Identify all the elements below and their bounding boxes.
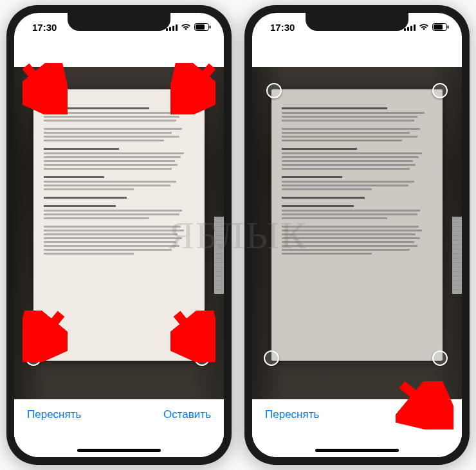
scan-viewport[interactable] [252,67,462,399]
status-right [166,22,211,33]
svg-rect-2 [172,26,174,31]
crop-handle-top-right[interactable] [432,83,448,98]
scanned-document [271,89,443,361]
status-time: 17:30 [265,22,295,33]
notch [68,13,170,31]
crop-handle-bottom-right[interactable] [432,350,448,366]
crop-handle-top-right[interactable] [194,83,210,98]
battery-icon [194,22,211,33]
notch [306,13,408,31]
battery-icon [432,22,449,33]
svg-rect-6 [210,25,211,28]
svg-rect-0 [166,28,168,31]
keyboard-edge [214,217,224,294]
scan-content: Переснять Оставить [14,41,224,457]
wifi-icon [181,22,191,33]
svg-rect-3 [176,24,178,31]
crop-handle-bottom-right[interactable] [194,350,210,366]
crop-handle-top-left[interactable] [28,83,44,98]
crop-handle-bottom-left[interactable] [264,350,279,366]
svg-rect-12 [404,28,406,31]
phone-left: 17:30 [6,5,232,465]
svg-rect-14 [410,26,412,31]
keep-button[interactable]: Оставить [401,408,449,421]
phone-right: 17:30 [244,5,470,465]
crop-handle-bottom-left[interactable] [26,350,41,366]
svg-rect-15 [414,24,416,31]
scanned-document [33,89,205,361]
scan-viewport[interactable] [14,67,224,399]
svg-rect-17 [434,24,443,30]
screen: 17:30 [252,13,462,457]
wifi-icon [419,22,429,33]
svg-rect-18 [448,25,449,28]
home-indicator[interactable] [77,449,161,452]
home-indicator[interactable] [315,449,399,452]
status-time: 17:30 [27,22,57,33]
status-right [404,22,449,33]
keyboard-edge [452,217,462,294]
svg-rect-13 [407,27,409,31]
screen: 17:30 [14,13,224,457]
crop-handle-top-left[interactable] [266,83,282,98]
svg-rect-5 [196,24,205,30]
retake-button[interactable]: Переснять [265,408,319,421]
scan-content: Переснять Оставить [252,41,462,457]
svg-rect-1 [169,27,171,31]
keep-button[interactable]: Оставить [163,408,211,421]
retake-button[interactable]: Переснять [27,408,81,421]
